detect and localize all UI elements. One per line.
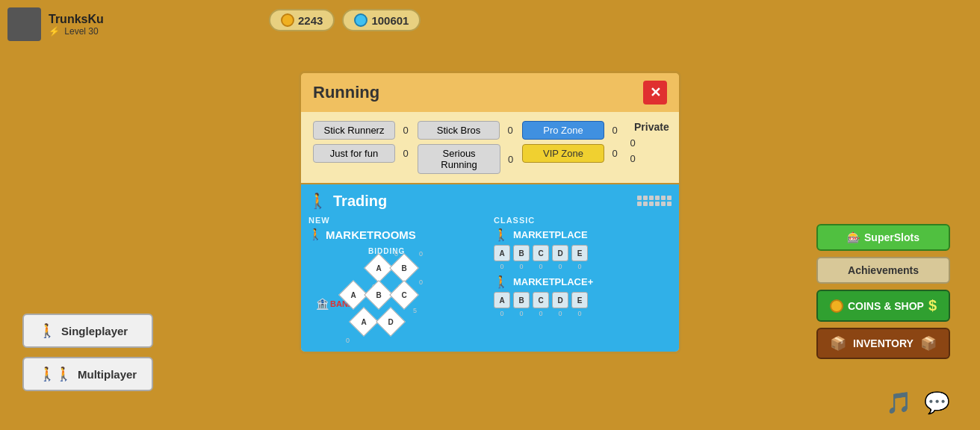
private-col: Private 0 0 [627,121,669,174]
superslots-button[interactable]: 🎰 SuperSlots [816,224,950,251]
slot-c[interactable]: C [533,245,549,261]
currency-bar: 2243 100601 [269,9,421,31]
slot-plus-d[interactable]: D [552,292,568,308]
just-for-fun-button[interactable]: Just for fun [313,144,395,163]
header: TrunksKu ⚡ Level 30 [7,7,104,41]
trading-header: 🚶 Trading [308,192,672,210]
private-count-1: 0 [627,137,639,149]
running-col-3: Pro Zone 0 VIP Zone 0 [522,121,621,174]
close-button[interactable]: ✕ [643,81,667,105]
running-panel: Stick Runnerz 0 Just for fun 0 Stick Bro… [301,112,679,184]
stick-bros-count: 0 [504,125,516,136]
classic-label: CLASSIC [494,216,672,225]
multiplayer-icon: 🚶🚶 [39,366,72,382]
user-info: TrunksKu ⚡ Level 30 [49,13,104,37]
singleplayer-icon: 🚶 [39,322,55,339]
marketplace-plus-text: MARKETPLACE+ [513,276,593,287]
right-sidebar: 🎰 SuperSlots Achievements COINS & SHOP $… [816,224,950,359]
private-label: Private [634,121,669,133]
slots-nums-classic: 0 0 0 0 0 [494,263,672,270]
pro-zone-button[interactable]: Pro Zone [522,121,604,140]
coins-shop-left: COINS & SHOP [830,299,924,313]
level-icon: ⚡ [49,26,60,37]
just-for-fun-count: 0 [400,148,412,159]
username: TrunksKu [49,13,104,26]
vip-zone-button[interactable]: VIP Zone [522,144,604,163]
trading-icon: 🚶 [308,192,327,210]
coins-shop-button[interactable]: COINS & SHOP $ [816,290,950,322]
pro-zone-count: 0 [609,125,621,136]
slot-b[interactable]: B [513,245,530,261]
slot-plus-b[interactable]: B [513,292,530,308]
slot-plus-c[interactable]: C [533,292,549,308]
running-col-2: Stick Bros 0 Serious Running 0 [418,121,516,174]
avatar [7,7,41,41]
private-count-2: 0 [627,153,639,164]
inventory-icon-left: 📦 [830,335,846,352]
diamond-bot-d[interactable]: D [376,307,406,337]
grid-icon [637,196,672,206]
diamond-mid-c[interactable]: C [389,280,419,310]
stick-bros-button[interactable]: Stick Bros [418,121,500,140]
discord-icon[interactable]: 💬 [924,390,950,415]
singleplayer-button[interactable]: 🚶 Singleplayer [22,314,153,348]
achievements-button[interactable]: Achievements [816,257,950,284]
marketrooms-icon: 🚶 [308,228,323,241]
slots-nums-plus: 0 0 0 0 0 [494,310,672,317]
slot-a[interactable]: A [494,245,510,261]
running-row-3: Stick Bros 0 [418,121,516,140]
running-row-6: VIP Zone 0 [522,144,621,163]
stick-runnerz-count: 0 [400,125,412,136]
inventory-icon-right: 📦 [920,335,937,352]
superslots-icon: 🎰 [847,231,860,243]
slots-row-plus: A B C D E [494,292,672,308]
slot-plus-e[interactable]: E [571,292,588,308]
running-options: Stick Runnerz 0 Just for fun 0 Stick Bro… [313,121,667,174]
marketplace-row: 🚶 MARKETPLACE [494,228,672,242]
trading-section: 🚶 Trading NEW [301,184,679,352]
serious-running-button[interactable]: Serious Running [418,144,500,174]
slot-plus-a[interactable]: A [494,292,510,308]
dollar-sign-icon: $ [928,297,937,314]
gem-icon [354,13,368,27]
coin-icon [281,13,294,27]
marketplace-plus-row: 🚶 MARKETPLACE+ [494,275,672,289]
running-modal: Running ✕ Stick Runnerz 0 Just for fun 0… [299,71,681,354]
trading-content: NEW 🚶 MARKETROOMS BIDDING A 0 0 B [308,216,672,344]
marketplace-plus-icon: 🚶 [494,275,509,289]
coins-shop-coin-icon [830,299,843,313]
trading-title: 🚶 Trading [308,192,387,210]
gems-value: 100601 [371,14,409,27]
modal-header: Running ✕ [301,73,679,112]
music-icon[interactable]: 🎵 [886,390,912,415]
slots-row-classic: A B C D E [494,245,672,261]
serious-running-count: 0 [505,154,516,165]
marketplace-text: MARKETPLACE [513,229,588,240]
slot-e[interactable]: E [571,245,588,261]
multiplayer-button[interactable]: 🚶🚶 Multiplayer [22,357,153,391]
stick-runnerz-button[interactable]: Stick Runnerz [313,121,395,140]
new-section: NEW 🚶 MARKETROOMS BIDDING A 0 0 B [308,216,486,344]
coins-value: 2243 [298,14,323,27]
running-row-5: Pro Zone 0 [522,121,621,140]
gems-pill: 100601 [342,9,421,31]
running-col-1: Stick Runnerz 0 Just for fun 0 [313,121,412,174]
left-sidebar: 🚶 Singleplayer 🚶🚶 Multiplayer [22,314,153,391]
level: ⚡ Level 30 [49,26,104,37]
running-row-4: Serious Running 0 [418,144,516,174]
diamond-bot-a[interactable]: A [349,307,379,337]
vip-zone-count: 0 [609,148,621,159]
modal-title: Running [313,83,379,102]
classic-section: CLASSIC 🚶 MARKETPLACE A B C D E 0 0 0 [494,216,672,344]
marketplace-icon: 🚶 [494,228,509,242]
bottom-right: 🎵 💬 [886,390,950,415]
bidding-label: BIDDING [368,247,405,255]
diamond-area: BIDDING A 0 0 B 0 0 🏦 BANK [308,247,480,344]
diamond-top-b[interactable]: B [389,253,419,283]
new-label: NEW [308,216,486,225]
running-row-2: Just for fun 0 [313,144,412,163]
inventory-button[interactable]: 📦 INVENTORY 📦 [816,328,950,359]
coins-pill: 2243 [269,9,335,31]
slot-d[interactable]: D [552,245,568,261]
running-row-1: Stick Runnerz 0 [313,121,412,140]
